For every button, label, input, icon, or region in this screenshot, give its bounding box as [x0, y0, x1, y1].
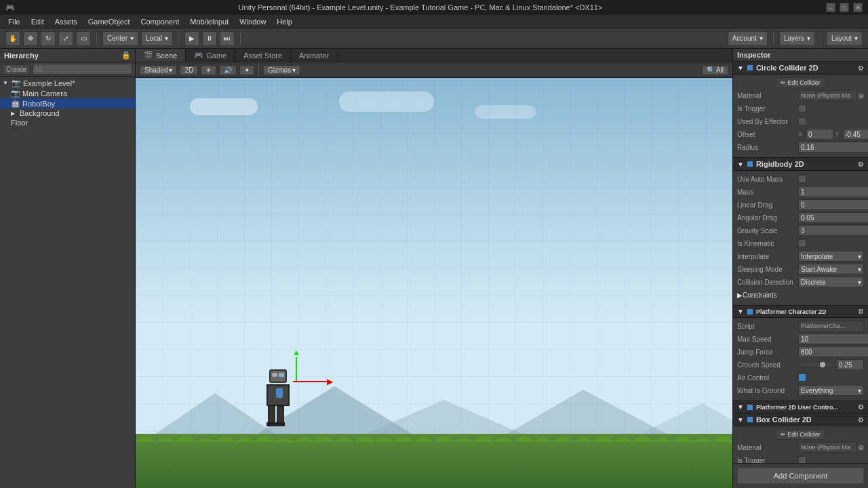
tree-item-main-camera[interactable]: 📷 Main Camera	[0, 88, 135, 98]
rotate-tool[interactable]: ↻	[41, 31, 56, 46]
interpolate-row: Interpolate Interpolate▾	[737, 251, 864, 262]
cloud-3	[475, 105, 536, 119]
offset-y-input[interactable]	[843, 129, 868, 140]
is-trigger-checkbox[interactable]	[798, 104, 806, 113]
box-collider-2d-header[interactable]: ▼ Box Collider 2D ⚙	[733, 413, 868, 426]
rigidbody-2d-header[interactable]: ▼ Rigidbody 2D ⚙	[733, 158, 868, 171]
rb-settings-icon[interactable]: ⚙	[858, 161, 864, 168]
component-checkbox[interactable]	[747, 64, 753, 71]
mass-input[interactable]	[798, 186, 868, 197]
tree-item-background[interactable]: ▶ Background	[0, 108, 135, 118]
scene-toolbar: Shaded▾ 2D ☀ 🔊 ✦ Gizmos▾ 🔍 All	[136, 62, 732, 78]
menu-file[interactable]: File	[3, 16, 26, 27]
step-button[interactable]: ⏭	[220, 31, 235, 46]
rect-tool[interactable]: ▭	[76, 31, 91, 46]
account-dropdown[interactable]: Account▾	[728, 31, 768, 46]
hierarchy-create[interactable]: Create	[3, 64, 30, 75]
center-dropdown[interactable]: Center▾	[102, 31, 138, 46]
center-panel: 🎬 Scene 🎮 Game Asset Store Animator Shad…	[136, 49, 732, 488]
crouch-speed-input[interactable]	[837, 359, 864, 370]
effects-button[interactable]: ✦	[239, 65, 254, 75]
pencil-icon: ✏	[781, 79, 786, 86]
move-tool[interactable]: ✥	[23, 31, 38, 46]
unity-icon: 🎮	[5, 3, 15, 12]
menu-help[interactable]: Help	[271, 16, 298, 27]
menu-gameobject[interactable]: GameObject	[83, 16, 136, 27]
inspector-header: Inspector	[733, 49, 868, 62]
box-collider-body: ✏ Edit Collider Material None (Physics M…	[733, 426, 868, 463]
maximize-button[interactable]: □	[840, 3, 849, 12]
add-component-button[interactable]: Add Component	[737, 468, 864, 484]
pause-button[interactable]: ⏸	[202, 31, 217, 46]
tab-animator[interactable]: Animator	[291, 49, 338, 62]
audio-button[interactable]: 🔊	[219, 65, 237, 75]
robot-leg-left	[268, 406, 275, 424]
scene-view[interactable]: ▲ ▶	[136, 78, 732, 488]
interpolate-dropdown[interactable]: Interpolate▾	[798, 251, 864, 262]
scale-tool[interactable]: ⤢	[58, 31, 73, 46]
angular-drag-input[interactable]	[798, 212, 868, 223]
pc-settings-icon[interactable]: ⚙	[858, 308, 864, 315]
layout-dropdown[interactable]: Layout▾	[827, 31, 863, 46]
jump-force-input[interactable]	[798, 346, 868, 357]
rb-checkbox[interactable]	[747, 161, 753, 167]
gizmos-dropdown[interactable]: Gizmos▾	[263, 65, 300, 75]
2d-button[interactable]: 2D	[180, 65, 198, 75]
sleeping-mode-dropdown[interactable]: Start Awake▾	[798, 264, 864, 274]
tree-item-example-level[interactable]: ▼ 📷 Example Level*	[0, 78, 135, 88]
angular-drag-row: Angular Drag	[737, 212, 864, 223]
component-settings-icon[interactable]: ⚙	[858, 64, 864, 72]
platformer-user-ctrl-header[interactable]: ▼ Platformer 2D User Contro... ⚙	[733, 401, 868, 413]
circle-collider-2d-header[interactable]: ▼ Circle Collider 2D ⚙	[733, 62, 868, 75]
menu-component[interactable]: Component	[135, 16, 184, 27]
air-control-checkbox[interactable]	[798, 373, 806, 382]
hand-tool[interactable]: ✋	[5, 31, 20, 46]
tab-game[interactable]: 🎮 Game	[186, 49, 235, 62]
menu-edit[interactable]: Edit	[26, 16, 50, 27]
search-scene[interactable]: 🔍 All	[702, 65, 728, 75]
linear-drag-input[interactable]	[798, 199, 868, 210]
bc-edit-collider-button[interactable]: ✏ Edit Collider	[776, 429, 825, 440]
radius-input[interactable]	[798, 142, 868, 152]
tab-scene[interactable]: 🎬 Scene	[136, 49, 186, 62]
use-auto-mass-checkbox[interactable]	[798, 175, 806, 183]
crouch-speed-slider[interactable]	[798, 363, 834, 366]
box-collider-name: Box Collider 2D	[756, 415, 855, 424]
used-by-effector-checkbox[interactable]	[798, 117, 806, 125]
menu-mobileinput[interactable]: MobileInput	[184, 16, 234, 27]
menu-window[interactable]: Window	[234, 16, 271, 27]
platformer-char-header[interactable]: ▼ Platformer Character 2D ⚙	[733, 306, 868, 318]
tree-arrow-icon: ▼	[3, 80, 9, 86]
offset-y-field: Y	[835, 129, 868, 140]
tree-item-robotboy[interactable]: 🤖 RobotBoy	[0, 98, 135, 108]
hierarchy-search[interactable]	[33, 64, 132, 75]
tab-asset-store[interactable]: Asset Store	[235, 49, 291, 62]
bc-checkbox[interactable]	[747, 416, 753, 423]
puc-checkbox[interactable]	[747, 404, 753, 411]
bc-material-pick-icon[interactable]: ◎	[859, 444, 864, 451]
puc-settings-icon[interactable]: ⚙	[858, 403, 864, 411]
close-button[interactable]: ✕	[853, 3, 863, 12]
rb-collapse-icon: ▼	[737, 161, 744, 168]
collision-detection-dropdown[interactable]: Discrete▾	[798, 277, 864, 287]
play-button[interactable]: ▶	[184, 31, 199, 46]
menu-assets[interactable]: Assets	[50, 16, 83, 27]
layers-dropdown[interactable]: Layers▾	[779, 31, 815, 46]
local-dropdown[interactable]: Local▾	[141, 31, 173, 46]
shaded-dropdown[interactable]: Shaded▾	[140, 65, 177, 75]
lighting-button[interactable]: ☀	[201, 65, 216, 75]
bc-is-trigger-checkbox[interactable]	[798, 456, 806, 463]
edit-collider-button[interactable]: ✏ Edit Collider	[776, 77, 825, 88]
max-speed-input[interactable]	[798, 333, 868, 344]
material-pick-icon[interactable]: ◎	[859, 92, 864, 99]
gravity-scale-input[interactable]	[798, 225, 868, 236]
what-is-ground-dropdown[interactable]: Everything▾	[798, 385, 864, 396]
tree-item-floor[interactable]: Floor	[0, 118, 135, 127]
robot-foot-left	[267, 422, 276, 426]
bc-settings-icon[interactable]: ⚙	[858, 416, 864, 424]
offset-x-input[interactable]	[806, 129, 833, 140]
minimize-button[interactable]: –	[826, 3, 835, 12]
bc-material-value: None (Physics Ma	[798, 442, 857, 453]
pc-checkbox[interactable]	[747, 308, 753, 315]
is-kinematic-checkbox[interactable]	[798, 239, 806, 247]
